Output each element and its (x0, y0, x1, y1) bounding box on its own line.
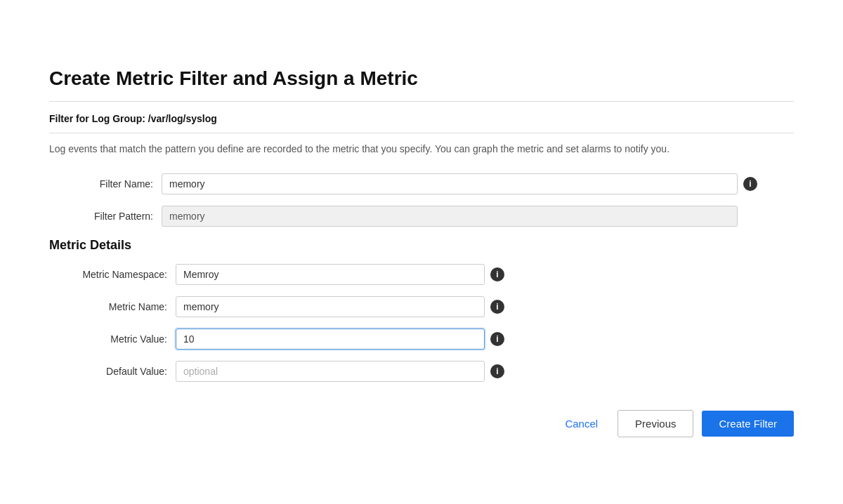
filter-name-row: Filter Name: i (49, 173, 794, 194)
metric-namespace-row: Metric Namespace: i (49, 264, 794, 285)
filter-pattern-input[interactable] (162, 206, 738, 227)
metric-name-label: Metric Name: (49, 301, 176, 312)
metric-section: Metric Details Metric Namespace: i Metri… (49, 238, 794, 382)
metric-name-info-icon[interactable]: i (490, 300, 504, 314)
default-value-label: Default Value: (49, 366, 176, 377)
metric-name-input[interactable] (176, 296, 485, 317)
filter-pattern-row: Filter Pattern: (49, 206, 794, 227)
metric-namespace-label: Metric Namespace: (49, 269, 176, 280)
metric-name-row: Metric Name: i (49, 296, 794, 317)
page-container: Create Metric Filter and Assign a Metric… (0, 0, 843, 504)
metric-namespace-input[interactable] (176, 264, 485, 285)
metric-value-input[interactable] (176, 329, 485, 350)
filter-name-info-icon[interactable]: i (743, 177, 757, 191)
metric-value-label: Metric Value: (49, 333, 176, 345)
form-container: Create Metric Filter and Assign a Metric… (21, 46, 822, 458)
metric-namespace-info-icon[interactable]: i (490, 267, 504, 281)
page-title: Create Metric Filter and Assign a Metric (49, 67, 794, 102)
create-filter-button[interactable]: Create Filter (702, 411, 794, 437)
cancel-button[interactable]: Cancel (554, 412, 609, 435)
filter-name-input[interactable] (162, 173, 738, 194)
filter-pattern-label: Filter Pattern: (49, 211, 162, 222)
default-value-input[interactable] (176, 361, 485, 382)
filter-group-label: Filter for Log Group: /var/log/syslog (49, 113, 794, 133)
default-value-info-icon[interactable]: i (490, 364, 504, 378)
metric-value-row: Metric Value: i (49, 329, 794, 350)
metric-section-title: Metric Details (49, 238, 794, 253)
metric-value-info-icon[interactable]: i (490, 332, 504, 346)
default-value-row: Default Value: i (49, 361, 794, 382)
previous-button[interactable]: Previous (617, 410, 693, 437)
description: Log events that match the pattern you de… (49, 142, 794, 157)
filter-name-label: Filter Name: (49, 178, 162, 190)
footer-buttons: Cancel Previous Create Filter (49, 410, 794, 437)
